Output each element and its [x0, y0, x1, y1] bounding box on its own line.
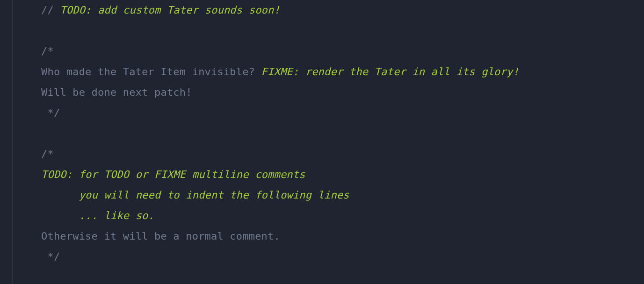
- code-line: [41, 21, 519, 41]
- code-segment: /*: [41, 45, 54, 57]
- code-line: Will be done next patch!: [41, 82, 519, 103]
- code-line: [41, 123, 519, 144]
- code-segment: Will be done next patch!: [41, 86, 192, 98]
- code-container: // TODO: add custom Tater sounds soon! /…: [0, 0, 644, 284]
- code-segment: TODO: for TODO or FIXME multiline commen…: [41, 169, 305, 180]
- code-line: */: [41, 103, 519, 123]
- code-segment: Otherwise it will be a normal comment.: [41, 230, 280, 242]
- code-segment: FIXME: render the Tater in all its glory…: [261, 66, 519, 78]
- code-line: Otherwise it will be a normal comment.: [41, 226, 519, 247]
- code-line: TODO: for TODO or FIXME multiline commen…: [41, 164, 519, 185]
- code-segment: */: [41, 107, 60, 119]
- code-segment: /*: [41, 148, 54, 160]
- code-line: you will need to indent the following li…: [41, 185, 519, 206]
- code-line: ... like so.: [41, 206, 519, 226]
- code-segment: you will need to indent the following li…: [41, 189, 349, 201]
- code-segment: Who made the Tater Item invisible?: [41, 66, 261, 78]
- code-segment: //: [41, 4, 60, 16]
- code-segment: TODO: add custom Tater sounds soon!: [60, 4, 280, 16]
- gutter: [0, 0, 13, 284]
- code-line: // TODO: add custom Tater sounds soon!: [41, 0, 519, 21]
- code-line: Who made the Tater Item invisible? FIXME…: [41, 62, 519, 82]
- code-block: // TODO: add custom Tater sounds soon! /…: [13, 0, 519, 284]
- code-line: /*: [41, 144, 519, 164]
- code-segment: ... like so.: [41, 210, 154, 221]
- code-line: /*: [41, 41, 519, 62]
- code-line: */: [41, 247, 519, 267]
- code-segment: */: [41, 251, 60, 263]
